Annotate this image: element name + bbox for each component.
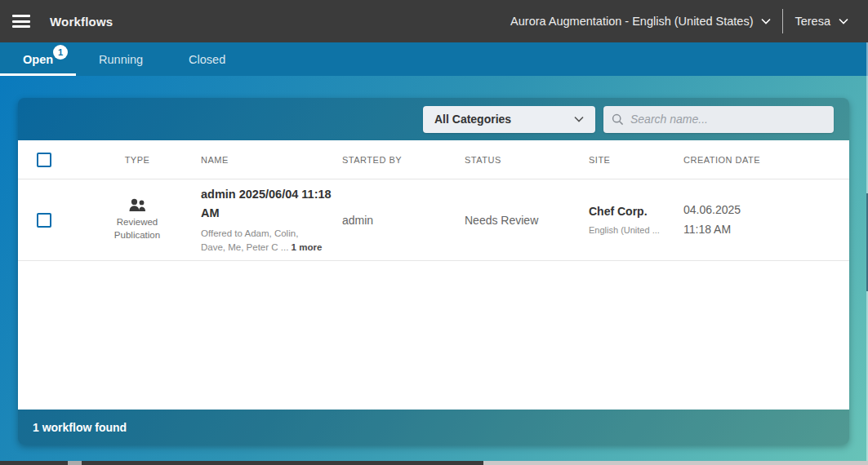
results-footer: 1 workflow found bbox=[18, 410, 849, 445]
column-header-started-by: STARTED BY bbox=[342, 155, 465, 165]
tab-closed-label: Closed bbox=[189, 53, 225, 66]
project-language-selector[interactable]: Aurora Augmentation - English (United St… bbox=[510, 15, 771, 28]
column-header-name: NAME bbox=[201, 155, 342, 165]
user-menu[interactable]: Teresa bbox=[795, 15, 853, 28]
chevron-down-icon bbox=[761, 18, 771, 24]
site-name: Chef Corp. bbox=[589, 205, 683, 218]
workflow-name[interactable]: admin 2025/06/04 11:18 AM bbox=[201, 185, 332, 222]
column-header-type: TYPE bbox=[73, 155, 201, 165]
category-dropdown[interactable]: All Categories bbox=[423, 106, 595, 133]
select-all-checkbox[interactable] bbox=[37, 153, 51, 167]
top-bar: Workflows Aurora Augmentation - English … bbox=[0, 0, 868, 42]
header-divider bbox=[782, 9, 783, 33]
column-header-status: STATUS bbox=[465, 155, 589, 165]
chevron-down-icon bbox=[839, 18, 848, 24]
site-cell: Chef Corp. English (United ... bbox=[589, 205, 683, 235]
topbar-right: Aurora Augmentation - English (United St… bbox=[510, 9, 853, 33]
search-box bbox=[603, 106, 834, 133]
workflow-list-card: All Categories TYPE NAME STARTED BY STAT… bbox=[18, 98, 849, 445]
table-header-row: TYPE NAME STARTED BY STATUS SITE CREATIO… bbox=[18, 140, 849, 179]
tab-running[interactable]: Running bbox=[76, 42, 166, 76]
creation-date-cell: 04.06.2025 11:18 AM bbox=[683, 201, 849, 238]
user-name: Teresa bbox=[795, 15, 830, 28]
status-cell: Needs Review bbox=[465, 214, 589, 227]
tab-open-count-badge: 1 bbox=[53, 45, 68, 60]
chevron-down-icon bbox=[574, 116, 584, 122]
type-cell: Reviewed Publication bbox=[73, 198, 201, 241]
table-empty-area bbox=[18, 261, 849, 410]
category-dropdown-value: All Categories bbox=[434, 113, 511, 126]
creation-date: 04.06.2025 bbox=[683, 201, 849, 219]
tab-running-label: Running bbox=[99, 53, 143, 66]
creation-time: 11:18 AM bbox=[683, 220, 849, 239]
filter-bar: All Categories bbox=[18, 98, 849, 140]
project-language-label: Aurora Augmentation - English (United St… bbox=[510, 15, 753, 28]
tab-open[interactable]: Open 1 bbox=[0, 42, 76, 76]
people-icon bbox=[127, 198, 147, 213]
results-count: 1 workflow found bbox=[33, 421, 127, 434]
content-area: All Categories TYPE NAME STARTED BY STAT… bbox=[0, 76, 868, 461]
horizontal-scrollbar-track[interactable] bbox=[0, 461, 483, 465]
search-icon bbox=[612, 113, 624, 126]
workflow-table: TYPE NAME STARTED BY STATUS SITE CREATIO… bbox=[18, 140, 849, 410]
bottom-strip-light bbox=[483, 461, 868, 465]
tab-open-label: Open bbox=[23, 53, 53, 66]
horizontal-scrollbar-thumb[interactable] bbox=[68, 461, 82, 465]
tab-closed[interactable]: Closed bbox=[166, 42, 248, 76]
search-input[interactable] bbox=[630, 113, 826, 126]
table-row[interactable]: Reviewed Publication admin 2025/06/04 11… bbox=[18, 179, 849, 261]
site-language: English (United ... bbox=[589, 225, 683, 235]
column-header-creation-date: CREATION DATE bbox=[683, 155, 849, 165]
workflow-participants: Offered to Adam, Colin, Dave, Me, Peter … bbox=[201, 227, 325, 254]
hamburger-menu-icon[interactable] bbox=[12, 15, 30, 28]
page-title: Workflows bbox=[50, 15, 113, 29]
column-header-site: SITE bbox=[589, 155, 683, 165]
workflow-type-label: Reviewed Publication bbox=[100, 216, 174, 241]
row-checkbox[interactable] bbox=[37, 213, 51, 228]
workflow-tabs: Open 1 Running Closed bbox=[0, 42, 868, 76]
started-by-cell: admin bbox=[342, 214, 465, 227]
name-cell: admin 2025/06/04 11:18 AM Offered to Ada… bbox=[201, 185, 342, 254]
more-participants-link[interactable]: 1 more bbox=[292, 242, 323, 252]
bottom-scrollbar-strip bbox=[0, 461, 868, 465]
